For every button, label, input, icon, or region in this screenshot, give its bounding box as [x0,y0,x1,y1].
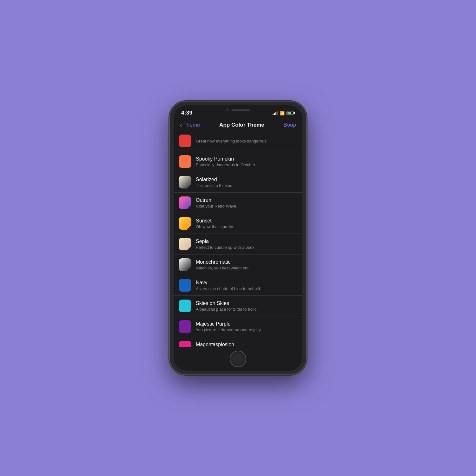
status-icons: 📶 ⚡ [273,111,295,116]
navigation-bar: ‹ Theme App Color Theme Boop [174,118,302,132]
theme-description: A very nice shade of blue to behold. [196,286,297,291]
notch [216,105,260,114]
theme-name: Majestic Purple [196,321,297,327]
home-area [174,347,302,371]
list-item[interactable]: Great now everything looks dangerous. [174,132,302,151]
theme-description: Great now everything looks dangerous. [196,139,297,143]
theme-name: Outrun [196,197,297,203]
theme-icon-sunset [179,217,191,230]
signal-icon [273,111,278,115]
theme-name: Monochromatic [196,259,297,265]
list-item[interactable]: Monochromatic Natchios, you best watch o… [174,255,302,275]
page-title: App Color Theme [219,122,264,128]
list-item[interactable]: Navy A very nice shade of blue to behold… [174,275,302,296]
list-item[interactable]: Magentasplosion You don't see many cats … [174,337,302,347]
theme-description: You picture it draped around royalty. [196,327,297,332]
theme-description: This one's a thinker. [196,183,297,188]
status-time: 4:39 [181,110,192,116]
theme-list[interactable]: Great now everything looks dangerous. Sp… [174,132,302,347]
phone-screen: 4:39 📶 ⚡ [174,105,302,371]
theme-icon-skies [179,300,191,312]
theme-icon-navy [179,279,191,292]
back-label: Theme [183,122,200,128]
chevron-left-icon: ‹ [180,121,182,129]
camera-icon [226,108,229,111]
theme-icon-outrun [179,196,191,209]
list-item[interactable]: Outrun Ride your Retro Wave. [174,193,302,213]
theme-icon-magenta [179,341,191,347]
theme-icon-pumpkin [179,155,191,168]
theme-description: Oh wow that's pretty. [196,224,297,229]
theme-icon-danger [179,135,191,147]
theme-name: Solarized [196,177,297,182]
wifi-icon: 📶 [280,111,285,116]
back-button[interactable]: ‹ Theme [180,121,200,129]
battery-icon: ⚡ [287,111,295,115]
theme-icon-purple [179,320,191,333]
list-item[interactable]: Sunset Oh wow that's pretty. [174,213,302,234]
status-bar: 4:39 📶 ⚡ [174,105,302,118]
theme-name: Sunset [196,218,297,224]
list-item[interactable]: Solarized This one's a thinker. [174,172,302,193]
list-item[interactable]: Majestic Purple You picture it draped ar… [174,316,302,337]
theme-name: Spooky Pumpkin [196,156,297,162]
theme-description: Ride your Retro Wave. [196,204,297,208]
theme-name: Skies on Skies [196,301,297,306]
theme-description: Perfect to cuddle up with a book. [196,245,297,250]
theme-icon-mono [179,258,191,271]
theme-name: Sepia [196,239,297,244]
list-item[interactable]: Spooky Pumpkin Especially dangerous in O… [174,151,302,172]
list-item[interactable]: Skies on Skies A beautiful place for bir… [174,296,302,316]
theme-description: A beautiful place for birds to frolic. [196,307,297,312]
theme-description: Natchios, you best watch out. [196,266,297,270]
theme-name: Magentasplosion [196,342,297,347]
phone-device: 4:39 📶 ⚡ [170,102,306,374]
speaker-icon [231,109,250,111]
theme-icon-solarized [179,176,191,188]
home-button[interactable] [230,351,246,367]
boop-button[interactable]: Boop [283,122,296,128]
theme-description: Especially dangerous in October. [196,162,297,167]
theme-icon-sepia [179,238,191,250]
list-item[interactable]: Sepia Perfect to cuddle up with a book. [174,234,302,255]
theme-name: Navy [196,280,297,286]
